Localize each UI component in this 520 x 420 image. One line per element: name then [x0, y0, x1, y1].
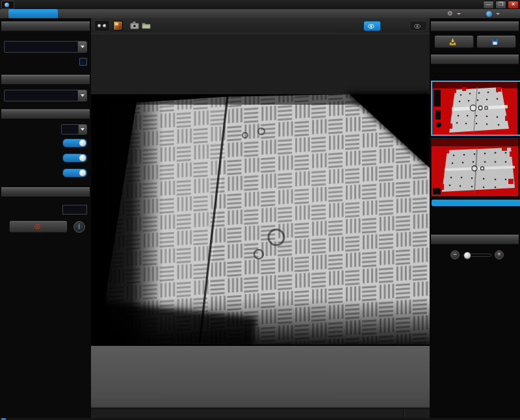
export-button[interactable]: [476, 35, 516, 48]
title-bar: — ❐ ✕: [0, 0, 520, 9]
brightness-slider-knob[interactable]: [463, 252, 471, 259]
status-bar-divider: [403, 409, 404, 419]
scan-3d-toggle[interactable]: [410, 21, 427, 31]
camera-toggle[interactable]: [62, 153, 87, 163]
camera-thumbnail-image: [432, 82, 517, 135]
gear-icon: ⚙: [447, 10, 453, 17]
help-menu[interactable]: [486, 9, 500, 18]
panel-setup-type-header: [1, 21, 90, 31]
brightness-plus-button[interactable]: +: [495, 250, 504, 259]
toggle-knob: [79, 155, 86, 161]
tab-bar: ⚙: [0, 9, 520, 19]
calibrate-icon: [34, 223, 41, 230]
toggle-knob: [79, 140, 86, 146]
viewport-toolbar: [91, 18, 430, 33]
chevron-down-icon: [457, 13, 461, 15]
panel-projector-control-header: [431, 235, 519, 244]
panel-camera-control-header: [431, 55, 519, 64]
snapshot-button[interactable]: [129, 20, 140, 31]
fps-limit-dropdown[interactable]: [61, 124, 87, 135]
camera-thumbnail-toupcam[interactable]: [431, 81, 520, 136]
panel-calibration-header: [1, 187, 90, 197]
viewport-foreground-blur: [91, 346, 430, 408]
camera-row: [4, 138, 87, 148]
status-bar: [91, 408, 430, 419]
viewport-column: [91, 18, 430, 420]
eye-icon: [368, 24, 374, 29]
panel-camera-header: [1, 109, 90, 119]
setup-type-dropdown[interactable]: [4, 41, 87, 53]
turntable-checkbox[interactable]: [79, 58, 87, 66]
app-logo-icon: [5, 3, 9, 7]
stereo-eyes-button[interactable]: [94, 20, 110, 32]
brightness-minus-button[interactable]: −: [450, 250, 460, 259]
close-button[interactable]: ✕: [508, 1, 519, 9]
camera-toggle[interactable]: [62, 168, 87, 177]
pattern-image-button[interactable]: [112, 20, 123, 31]
calibrate-button[interactable]: [9, 220, 68, 233]
minimize-button[interactable]: —: [483, 1, 494, 9]
app-window: — ❐ ✕ ⚙: [0, 0, 520, 420]
left-sidebar: i: [0, 18, 91, 420]
export-save-icon: [491, 38, 499, 46]
import-icon: [449, 38, 456, 46]
dropdown-arrow-icon[interactable]: [77, 90, 86, 101]
dropdown-arrow-icon[interactable]: [77, 42, 86, 52]
camera-row: [4, 153, 87, 163]
camera-thumbnail-image: [432, 138, 518, 196]
import-button[interactable]: [434, 35, 474, 48]
app-badge: [1, 1, 14, 9]
open-folder-button[interactable]: [141, 20, 151, 31]
dropdown-arrow-icon[interactable]: [78, 125, 86, 134]
calibration-board-image: [91, 92, 430, 346]
maximize-button[interactable]: ❐: [495, 1, 506, 9]
camera-row: [4, 168, 87, 177]
calibration-scale-input[interactable]: [62, 205, 87, 215]
eye-icon: [414, 24, 421, 29]
right-sidebar: − +: [430, 18, 520, 420]
camera-icon: [130, 21, 139, 29]
info-button[interactable]: i: [73, 221, 85, 233]
tab-scanning[interactable]: [60, 9, 112, 18]
camera-thumbnail-logitech[interactable]: [431, 138, 520, 198]
panel-projector-header: [1, 75, 90, 85]
notice-box: [432, 200, 520, 206]
help-icon: [486, 11, 492, 17]
toggle-knob: [79, 170, 86, 176]
camera-toggle[interactable]: [62, 138, 87, 148]
folder-icon: [142, 21, 151, 29]
panel-hardware-header: [431, 21, 519, 31]
image-icon: [113, 21, 123, 31]
tab-shape-fusion[interactable]: [116, 9, 168, 18]
eyes-icon: [98, 24, 107, 28]
viewport-letterbox: [91, 33, 430, 94]
brightness-slider[interactable]: [463, 254, 491, 257]
settings-menu[interactable]: ⚙: [447, 9, 461, 18]
projector-display-dropdown[interactable]: [4, 90, 87, 101]
tab-setup[interactable]: [8, 9, 58, 18]
live-stream-toggle[interactable]: [363, 21, 381, 31]
camera-live-view[interactable]: [91, 33, 430, 408]
chevron-down-icon: [496, 13, 500, 15]
